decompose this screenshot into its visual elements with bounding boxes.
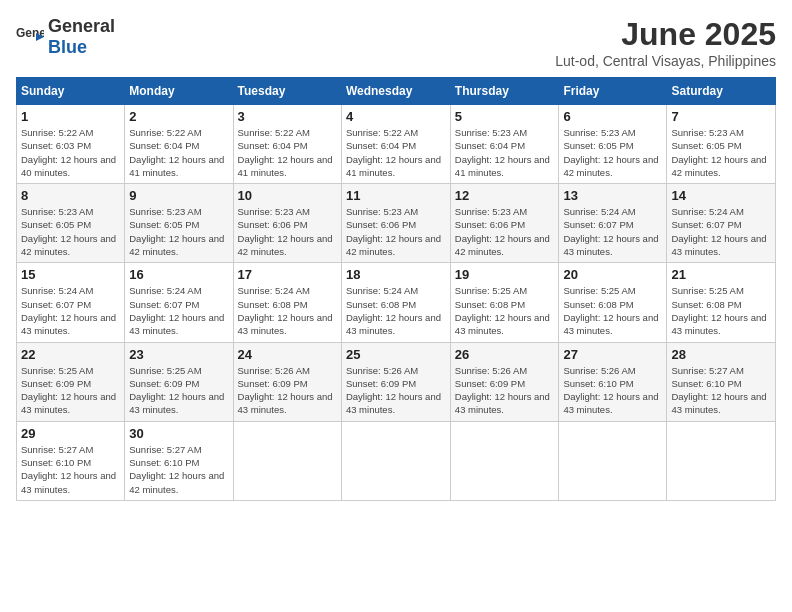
calendar-cell: 21 Sunrise: 5:25 AM Sunset: 6:08 PM Dayl…	[667, 263, 776, 342]
calendar-cell	[233, 421, 341, 500]
day-number: 28	[671, 347, 771, 362]
calendar-cell: 29 Sunrise: 5:27 AM Sunset: 6:10 PM Dayl…	[17, 421, 125, 500]
calendar-cell: 12 Sunrise: 5:23 AM Sunset: 6:06 PM Dayl…	[450, 184, 559, 263]
logo-general: General	[48, 16, 115, 36]
day-number: 30	[129, 426, 228, 441]
day-info: Sunrise: 5:23 AM Sunset: 6:06 PM Dayligh…	[455, 205, 555, 258]
day-number: 15	[21, 267, 120, 282]
calendar-cell: 22 Sunrise: 5:25 AM Sunset: 6:09 PM Dayl…	[17, 342, 125, 421]
calendar-cell	[559, 421, 667, 500]
day-info: Sunrise: 5:27 AM Sunset: 6:10 PM Dayligh…	[671, 364, 771, 417]
calendar-cell: 15 Sunrise: 5:24 AM Sunset: 6:07 PM Dayl…	[17, 263, 125, 342]
day-info: Sunrise: 5:22 AM Sunset: 6:03 PM Dayligh…	[21, 126, 120, 179]
calendar-week-row: 29 Sunrise: 5:27 AM Sunset: 6:10 PM Dayl…	[17, 421, 776, 500]
day-number: 6	[563, 109, 662, 124]
calendar-cell: 26 Sunrise: 5:26 AM Sunset: 6:09 PM Dayl…	[450, 342, 559, 421]
day-info: Sunrise: 5:23 AM Sunset: 6:06 PM Dayligh…	[346, 205, 446, 258]
day-number: 24	[238, 347, 337, 362]
day-info: Sunrise: 5:26 AM Sunset: 6:09 PM Dayligh…	[238, 364, 337, 417]
day-info: Sunrise: 5:23 AM Sunset: 6:05 PM Dayligh…	[671, 126, 771, 179]
logo: General General Blue	[16, 16, 115, 58]
calendar-cell: 2 Sunrise: 5:22 AM Sunset: 6:04 PM Dayli…	[125, 105, 233, 184]
day-number: 19	[455, 267, 555, 282]
day-number: 22	[21, 347, 120, 362]
day-number: 3	[238, 109, 337, 124]
day-number: 5	[455, 109, 555, 124]
header-friday: Friday	[559, 78, 667, 105]
month-title: June 2025	[555, 16, 776, 53]
day-info: Sunrise: 5:27 AM Sunset: 6:10 PM Dayligh…	[129, 443, 228, 496]
calendar-week-row: 8 Sunrise: 5:23 AM Sunset: 6:05 PM Dayli…	[17, 184, 776, 263]
day-number: 2	[129, 109, 228, 124]
day-info: Sunrise: 5:22 AM Sunset: 6:04 PM Dayligh…	[238, 126, 337, 179]
day-info: Sunrise: 5:23 AM Sunset: 6:06 PM Dayligh…	[238, 205, 337, 258]
header-monday: Monday	[125, 78, 233, 105]
calendar-cell: 20 Sunrise: 5:25 AM Sunset: 6:08 PM Dayl…	[559, 263, 667, 342]
location-title: Lut-od, Central Visayas, Philippines	[555, 53, 776, 69]
calendar-cell: 13 Sunrise: 5:24 AM Sunset: 6:07 PM Dayl…	[559, 184, 667, 263]
calendar-cell: 6 Sunrise: 5:23 AM Sunset: 6:05 PM Dayli…	[559, 105, 667, 184]
day-info: Sunrise: 5:24 AM Sunset: 6:07 PM Dayligh…	[129, 284, 228, 337]
day-info: Sunrise: 5:25 AM Sunset: 6:08 PM Dayligh…	[671, 284, 771, 337]
day-number: 27	[563, 347, 662, 362]
day-info: Sunrise: 5:22 AM Sunset: 6:04 PM Dayligh…	[129, 126, 228, 179]
calendar-cell: 19 Sunrise: 5:25 AM Sunset: 6:08 PM Dayl…	[450, 263, 559, 342]
calendar-cell	[450, 421, 559, 500]
day-info: Sunrise: 5:23 AM Sunset: 6:05 PM Dayligh…	[21, 205, 120, 258]
calendar-cell: 30 Sunrise: 5:27 AM Sunset: 6:10 PM Dayl…	[125, 421, 233, 500]
calendar-cell: 18 Sunrise: 5:24 AM Sunset: 6:08 PM Dayl…	[341, 263, 450, 342]
calendar-cell: 28 Sunrise: 5:27 AM Sunset: 6:10 PM Dayl…	[667, 342, 776, 421]
calendar-cell: 25 Sunrise: 5:26 AM Sunset: 6:09 PM Dayl…	[341, 342, 450, 421]
day-number: 12	[455, 188, 555, 203]
calendar-cell: 11 Sunrise: 5:23 AM Sunset: 6:06 PM Dayl…	[341, 184, 450, 263]
day-number: 10	[238, 188, 337, 203]
header-saturday: Saturday	[667, 78, 776, 105]
header-sunday: Sunday	[17, 78, 125, 105]
day-number: 11	[346, 188, 446, 203]
day-number: 29	[21, 426, 120, 441]
day-number: 8	[21, 188, 120, 203]
day-number: 4	[346, 109, 446, 124]
day-info: Sunrise: 5:25 AM Sunset: 6:09 PM Dayligh…	[129, 364, 228, 417]
calendar-cell: 23 Sunrise: 5:25 AM Sunset: 6:09 PM Dayl…	[125, 342, 233, 421]
day-info: Sunrise: 5:23 AM Sunset: 6:05 PM Dayligh…	[563, 126, 662, 179]
calendar-cell: 8 Sunrise: 5:23 AM Sunset: 6:05 PM Dayli…	[17, 184, 125, 263]
day-info: Sunrise: 5:22 AM Sunset: 6:04 PM Dayligh…	[346, 126, 446, 179]
calendar-cell	[667, 421, 776, 500]
day-info: Sunrise: 5:25 AM Sunset: 6:09 PM Dayligh…	[21, 364, 120, 417]
calendar-cell: 9 Sunrise: 5:23 AM Sunset: 6:05 PM Dayli…	[125, 184, 233, 263]
day-info: Sunrise: 5:25 AM Sunset: 6:08 PM Dayligh…	[563, 284, 662, 337]
calendar-cell: 4 Sunrise: 5:22 AM Sunset: 6:04 PM Dayli…	[341, 105, 450, 184]
day-info: Sunrise: 5:25 AM Sunset: 6:08 PM Dayligh…	[455, 284, 555, 337]
logo-icon: General	[16, 23, 44, 51]
calendar-week-row: 15 Sunrise: 5:24 AM Sunset: 6:07 PM Dayl…	[17, 263, 776, 342]
day-info: Sunrise: 5:24 AM Sunset: 6:07 PM Dayligh…	[563, 205, 662, 258]
weekday-header-row: Sunday Monday Tuesday Wednesday Thursday…	[17, 78, 776, 105]
day-number: 25	[346, 347, 446, 362]
calendar-week-row: 1 Sunrise: 5:22 AM Sunset: 6:03 PM Dayli…	[17, 105, 776, 184]
day-number: 17	[238, 267, 337, 282]
calendar-cell: 1 Sunrise: 5:22 AM Sunset: 6:03 PM Dayli…	[17, 105, 125, 184]
calendar-cell: 7 Sunrise: 5:23 AM Sunset: 6:05 PM Dayli…	[667, 105, 776, 184]
day-info: Sunrise: 5:27 AM Sunset: 6:10 PM Dayligh…	[21, 443, 120, 496]
header-wednesday: Wednesday	[341, 78, 450, 105]
day-info: Sunrise: 5:23 AM Sunset: 6:04 PM Dayligh…	[455, 126, 555, 179]
day-number: 16	[129, 267, 228, 282]
day-info: Sunrise: 5:24 AM Sunset: 6:08 PM Dayligh…	[346, 284, 446, 337]
header-thursday: Thursday	[450, 78, 559, 105]
day-number: 14	[671, 188, 771, 203]
day-number: 13	[563, 188, 662, 203]
calendar-table: Sunday Monday Tuesday Wednesday Thursday…	[16, 77, 776, 501]
day-number: 20	[563, 267, 662, 282]
calendar-cell	[341, 421, 450, 500]
day-number: 26	[455, 347, 555, 362]
logo-blue: Blue	[48, 37, 87, 57]
day-number: 7	[671, 109, 771, 124]
page-header: General General Blue June 2025 Lut-od, C…	[16, 16, 776, 69]
calendar-cell: 16 Sunrise: 5:24 AM Sunset: 6:07 PM Dayl…	[125, 263, 233, 342]
calendar-cell: 17 Sunrise: 5:24 AM Sunset: 6:08 PM Dayl…	[233, 263, 341, 342]
title-area: June 2025 Lut-od, Central Visayas, Phili…	[555, 16, 776, 69]
header-tuesday: Tuesday	[233, 78, 341, 105]
calendar-cell: 27 Sunrise: 5:26 AM Sunset: 6:10 PM Dayl…	[559, 342, 667, 421]
day-number: 23	[129, 347, 228, 362]
